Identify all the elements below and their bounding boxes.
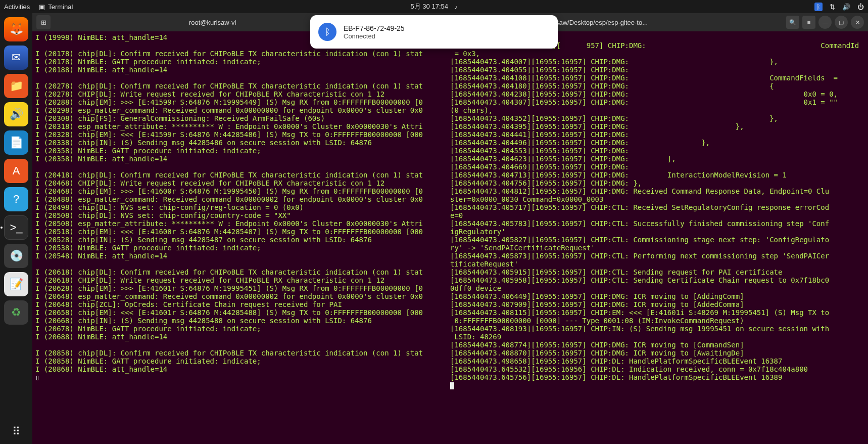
terminal-line: [1685440473.404055][16955:16957] CHIP:DM… <box>450 66 865 74</box>
notification-bell-icon[interactable]: ♪ <box>454 3 458 11</box>
terminal-line: [1685440473.404007][16955:16957] CHIP:DM… <box>450 58 865 66</box>
terminal-line: [1685440473.406449][16955:16957] CHIP:DM… <box>450 292 865 300</box>
terminal-line: [1685440473.408193][16955:16957] CHIP:IN… <box>450 325 865 333</box>
terminal-line: I (20508) esp_matter_attribute: ********… <box>35 219 450 228</box>
minimize-icon: — <box>823 19 828 25</box>
terminal-icon: ▣ <box>39 3 45 11</box>
terminal-line: I (20628) chip[EM]: >>> [E:41601r S:6487… <box>35 284 450 292</box>
terminal-line: [1685440473.404441][16955:16957] CHIP:DM… <box>450 130 865 139</box>
terminal-line: [1685440473.404307][16955:16957] CHIP:DM… <box>450 98 865 106</box>
terminal-line: tificateRequest' <box>450 260 865 268</box>
minimize-button[interactable]: — <box>818 16 832 29</box>
terminal-line: I (20468) CHIP[DL]: Write request receiv… <box>35 179 450 187</box>
dock-thunderbird[interactable]: ✉ <box>4 46 28 70</box>
terminal-line: ry' -> 'SendPAICertificateRequest' <box>450 244 865 252</box>
dock-terminal[interactable]: >_ <box>4 215 28 240</box>
terminal-line: (0 chars), <box>450 106 865 114</box>
terminal-line: [1685440473.645756][16955:16957] CHIP:DL… <box>450 373 865 381</box>
activities-button[interactable]: Activities <box>4 3 30 11</box>
terminal-line: I (20278) CHIP[DL]: Write request receiv… <box>35 90 450 98</box>
terminal-line: [1685440473.405958][16955:16957] CHIP:CT… <box>450 276 865 284</box>
terminal-line: e=0 <box>450 211 865 219</box>
terminal-line: I (20488) esp_matter_command: Received c… <box>35 195 450 203</box>
terminal-line: I (20508) chip[DL]: NVS set: chip-config… <box>35 211 450 219</box>
terminal-line: [1685440473.404756][16955:16957] CHIP:DM… <box>450 179 865 187</box>
maximize-button[interactable]: ▢ <box>835 16 848 29</box>
terminal-line: [1685440473.498658][16955:16957] CHIP:DL… <box>450 357 865 365</box>
hamburger-icon: ≡ <box>807 19 810 25</box>
terminal-line: . <box>35 341 450 349</box>
dock-drive[interactable]: 💿 <box>4 244 28 268</box>
dock-writer[interactable]: 📄 <box>4 130 28 155</box>
terminal-line: [1685440473.404669][16955:16957] CHIP:DM… <box>450 163 865 171</box>
terminal-line: I (20188) NimBLE: att_handle=14 <box>35 66 450 74</box>
dock-files[interactable]: 📁 <box>4 74 28 98</box>
terminal-line: igRegulatory' <box>450 228 865 236</box>
terminal-line: I (20358) NimBLE: att_handle=14 <box>35 155 450 163</box>
terminal-line: I (20668) chip[IN]: (S) Sending msg 4428… <box>35 317 450 325</box>
terminal-line: [1685440473.408115][16955:16957] CHIP:EM… <box>450 308 865 317</box>
terminal-line: I (20418) chip[DL]: Confirm received for… <box>35 171 450 179</box>
dock-firefox[interactable]: 🦊 <box>4 17 28 41</box>
terminal-line: I (20288) chip[EM]: >>> [E:41599r S:6487… <box>35 98 450 106</box>
terminal-line: I (20358) NimBLE: GATT procedure initiat… <box>35 147 450 155</box>
terminal-line: I (20278) chip[DL]: Confirm received for… <box>35 82 450 90</box>
terminal-line: [1685440473.407909][16955:16957] CHIP:DM… <box>450 300 865 308</box>
terminal-line: I (20868) NimBLE: att_handle=14 <box>35 365 450 373</box>
dock-rhythmbox[interactable]: 🔊 <box>4 102 28 126</box>
terminal-line: = 0x3, <box>450 50 865 58</box>
terminal-line: [1685440473.404496][16955:16957] CHIP:DM… <box>450 139 865 147</box>
close-icon: ✕ <box>855 19 860 26</box>
current-app[interactable]: ▣ Terminal <box>39 3 73 11</box>
cursor <box>450 382 454 389</box>
terminal-line: I (20328) chip[EM]: <<< [E:41599r S:6487… <box>35 130 450 139</box>
terminal-line: I (20518) chip[EM]: <<< [E:41600r S:6487… <box>35 228 450 236</box>
terminal-line: I (20858) NimBLE: GATT procedure initiat… <box>35 357 450 365</box>
terminal-line: [1685440473.404238][16955:16957] CHIP:DM… <box>450 90 865 98</box>
terminal-cursor-line <box>450 381 865 389</box>
new-tab-icon: ⊞ <box>41 19 46 26</box>
dock-software[interactable]: A <box>4 159 28 183</box>
bluetooth-icon: ᛒ <box>318 23 336 41</box>
terminal-line: I (20548) NimBLE: att_handle=14 <box>35 252 450 260</box>
new-tab-button[interactable]: ⊞ <box>36 15 51 29</box>
network-indicator-icon[interactable]: ⇅ <box>830 3 835 11</box>
search-button[interactable]: 🔍 <box>786 16 799 29</box>
terminal-window: ⊞ root@kurisaw-vi ine: /home/kurisaw/Des… <box>32 13 868 444</box>
terminal-line: I (20538) NimBLE: GATT procedure initiat… <box>35 244 450 252</box>
dock-help[interactable]: ? <box>4 187 28 211</box>
volume-indicator-icon[interactable]: 🔊 <box>842 3 850 11</box>
terminal-line: [1685440473.404713][16955:16957] CHIP:DM… <box>450 171 865 179</box>
terminal-line: [1685440473.404553][16955:16957] CHIP:DM… <box>450 147 865 155</box>
terminal-line: [1685440473.405915][16955:16957] CHIP:CT… <box>450 268 865 276</box>
terminal-line: [1685440473.405873][16955:16957] CHIP:CT… <box>450 252 865 260</box>
dock-show-apps[interactable]: ⠿ <box>4 420 28 444</box>
close-button[interactable]: ✕ <box>851 16 864 29</box>
terminal-prompt: ▯ <box>35 373 450 381</box>
menu-button[interactable]: ≡ <box>802 16 815 29</box>
maximize-icon: ▢ <box>839 19 844 26</box>
terminal-line: I (20678) NimBLE: GATT procedure initiat… <box>35 325 450 333</box>
terminal-line: [1685440473.404180][16955:16957] CHIP:DM… <box>450 82 865 90</box>
power-indicator-icon[interactable]: ⏻ <box>857 3 864 11</box>
terminal-line: I (20858) chip[DL]: Confirm received for… <box>35 349 450 357</box>
terminal-line: 0dff0 device <box>450 284 865 292</box>
terminal-output[interactable]: I (19998) NimBLE: att_handle=14.I (20178… <box>32 31 868 444</box>
terminal-line: I (20648) chip[ZCL]: OpCreds: Certificat… <box>35 300 450 308</box>
dock-trash[interactable]: ♻ <box>4 300 28 325</box>
terminal-line: I (20498) chip[DL]: NVS set: chip-config… <box>35 203 450 211</box>
terminal-line: I (20618) chip[DL]: Confirm received for… <box>35 268 450 276</box>
bluetooth-indicator-icon[interactable]: ᛒ <box>814 3 823 11</box>
clock[interactable]: 5月 30 17:54 <box>411 2 448 11</box>
terminal-line: I (20298) esp_matter_command: Received c… <box>35 106 450 114</box>
terminal-line: I (20308) chip[FS]: GeneralCommissioning… <box>35 114 450 122</box>
notification-popup[interactable]: ᛒ EB-F7-86-72-49-25 Connected <box>310 15 558 49</box>
terminal-line: [1685440473.404623][16955:16957] CHIP:DM… <box>450 155 865 163</box>
terminal-line: . <box>35 163 450 171</box>
notification-subtitle: Connected <box>344 32 405 40</box>
top-panel: Activities ▣ Terminal 5月 30 17:54 ♪ ᛒ ⇅ … <box>0 0 868 13</box>
terminal-line: LSID: 48269 <box>450 333 865 341</box>
terminal-line: . <box>35 260 450 268</box>
terminal-line: [1685440473.404812][16955:16957] CHIP:DM… <box>450 187 865 195</box>
dock-text-editor[interactable]: 📝 <box>4 272 28 296</box>
